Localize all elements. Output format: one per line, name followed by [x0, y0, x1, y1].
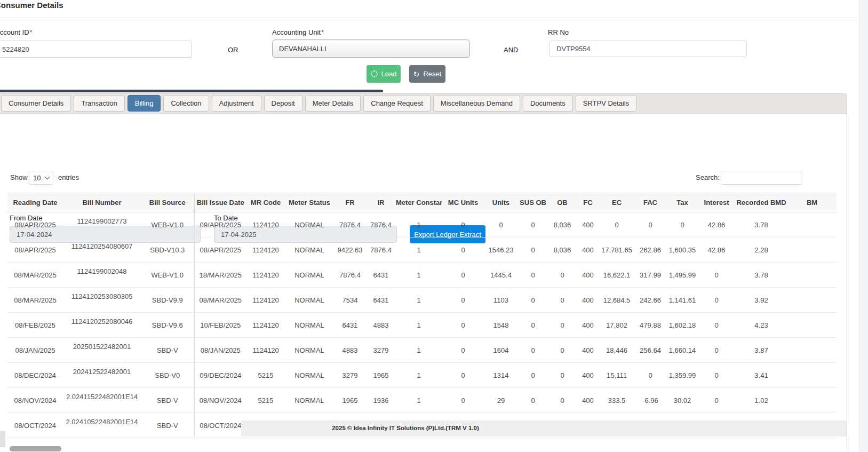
- cell: 0: [548, 338, 576, 363]
- tab-miscellaneous-demand[interactable]: Miscellaneous Demand: [433, 95, 520, 112]
- column-header-units[interactable]: Units: [484, 193, 517, 212]
- column-header-bill-number[interactable]: Bill Number: [63, 193, 141, 212]
- cell: NORMAL: [285, 338, 334, 363]
- cell: 08/OCT/2024: [194, 413, 246, 438]
- column-header-bill-source[interactable]: Bill Source: [141, 193, 194, 212]
- column-header-fac[interactable]: FAC: [634, 193, 667, 212]
- table-row: 08/APR/20251124199002773WEB-V1.009/APR/2…: [7, 212, 837, 237]
- cell: 3.87: [735, 338, 787, 363]
- tab-deposit[interactable]: Deposit: [264, 95, 302, 112]
- cell: 2.02410522482001E14: [63, 413, 141, 438]
- column-header-mr-code[interactable]: MR Code: [246, 193, 285, 212]
- cell: 1124120: [246, 237, 285, 263]
- tab-adjustment[interactable]: Adjustment: [212, 95, 261, 112]
- cell: 1,141.61: [667, 288, 698, 313]
- cell: 3.92: [735, 288, 787, 313]
- cell: 1103: [484, 288, 517, 313]
- reset-button[interactable]: ↻ Reset: [409, 65, 445, 83]
- cell: SBD-V: [141, 338, 194, 363]
- column-header-bm[interactable]: BM: [787, 193, 837, 212]
- account-id-label-text: Account ID: [0, 28, 29, 36]
- cell: NORMAL: [285, 363, 334, 388]
- cell: 08/NOV/2024: [7, 388, 63, 413]
- cell: 08/MAR/2025: [7, 288, 63, 313]
- tab-srtpv-details[interactable]: SRTPV Details: [576, 95, 636, 112]
- account-id-input[interactable]: [0, 41, 192, 58]
- tab-billing[interactable]: Billing: [128, 95, 161, 112]
- page-size-select[interactable]: 10: [29, 171, 53, 185]
- tab-documents[interactable]: Documents: [523, 95, 573, 112]
- tab-consumer-details[interactable]: Consumer Details: [1, 95, 71, 112]
- footer-text: 2025 © Idea Infinity IT Solutions (P)Ltd…: [332, 425, 479, 431]
- cell: 0: [442, 313, 484, 338]
- column-header-interest[interactable]: Interest: [698, 193, 735, 212]
- cell: 479.88: [634, 313, 667, 338]
- and-text: AND: [504, 46, 518, 54]
- cell: WEB-V1.0: [141, 212, 194, 237]
- cell: 1124120252080046: [63, 313, 141, 338]
- cell: 8,036: [548, 212, 576, 237]
- top-horizontal-scrollbar-thumb[interactable]: [0, 90, 383, 92]
- column-header-ob[interactable]: OB: [548, 193, 576, 212]
- cell: 0: [517, 237, 548, 263]
- cell: 0: [517, 388, 548, 413]
- accounting-unit-label: Accounting Unit*: [272, 28, 324, 36]
- cell: 12,684.5: [600, 288, 634, 313]
- cell: 1124120: [246, 212, 285, 237]
- page-vertical-scrollbar[interactable]: [859, 0, 868, 452]
- cell: 1: [396, 212, 442, 237]
- cell: 17,802: [600, 313, 634, 338]
- cell: 0: [548, 313, 576, 338]
- cell: 1546.23: [484, 237, 517, 263]
- column-header-ec[interactable]: EC: [600, 193, 634, 212]
- column-header-tax[interactable]: Tax: [667, 193, 698, 212]
- cell: 1124120: [246, 313, 285, 338]
- column-header-fc[interactable]: FC: [576, 193, 600, 212]
- cell: 0: [548, 288, 576, 313]
- column-header-reading-date[interactable]: Reading Date: [7, 193, 63, 212]
- cell: 0: [698, 388, 735, 413]
- cell: SBD-V0: [141, 363, 194, 388]
- column-header-meter-constant[interactable]: Meter Constant: [396, 193, 442, 212]
- cell: 400: [576, 313, 600, 338]
- tab-change-request[interactable]: Change Request: [363, 95, 431, 112]
- spinner-icon: [371, 70, 378, 77]
- load-button[interactable]: Load: [367, 65, 401, 83]
- cell: 1: [396, 363, 442, 388]
- cell: -6.96: [634, 388, 667, 413]
- cell: 1: [396, 263, 442, 288]
- column-header-sus-ob[interactable]: SUS OB: [517, 193, 548, 212]
- column-header-mc-units[interactable]: MC Units: [442, 193, 484, 212]
- cell: 0: [698, 263, 735, 288]
- column-header-fr[interactable]: FR: [334, 193, 366, 212]
- tab-transaction[interactable]: Transaction: [74, 95, 124, 112]
- cell: 1314: [484, 363, 517, 388]
- account-id-label: Account ID*: [0, 28, 33, 36]
- cell: 0: [517, 288, 548, 313]
- column-header-meter-status[interactable]: Meter Status: [285, 193, 334, 212]
- table-row: 08/MAR/20251124120253080305SBD-V9.908/MA…: [7, 288, 837, 313]
- cell: [787, 313, 837, 338]
- tab-collection[interactable]: Collection: [163, 95, 209, 112]
- page-title: Consumer Details: [0, 1, 63, 10]
- cell: 6431: [366, 288, 396, 313]
- cell: 317.99: [634, 263, 667, 288]
- page-size-value: 10: [33, 174, 41, 182]
- cell: 0: [442, 263, 484, 288]
- rr-no-input[interactable]: [550, 41, 747, 57]
- cell: 6431: [334, 313, 366, 338]
- column-header-recorded-bmd[interactable]: Recorded BMD: [735, 193, 787, 212]
- table-horizontal-scrollbar-thumb[interactable]: [10, 446, 61, 451]
- cell: 400: [576, 212, 600, 237]
- cell: SBD-V9.6: [141, 313, 194, 338]
- cell: 4.23: [735, 313, 787, 338]
- cell: SBD-V: [141, 388, 194, 413]
- cell: 1124120: [246, 338, 285, 363]
- cell: 17,781.65: [600, 237, 634, 263]
- rr-no-label: RR No: [548, 28, 569, 36]
- accounting-unit-select[interactable]: DEVANAHALLI: [272, 39, 470, 58]
- column-header-bill-issue-date[interactable]: Bill Issue Date: [194, 193, 246, 212]
- tab-meter-details[interactable]: Meter Details: [305, 95, 361, 112]
- column-header-ir[interactable]: IR: [366, 193, 396, 212]
- search-input[interactable]: [721, 171, 802, 185]
